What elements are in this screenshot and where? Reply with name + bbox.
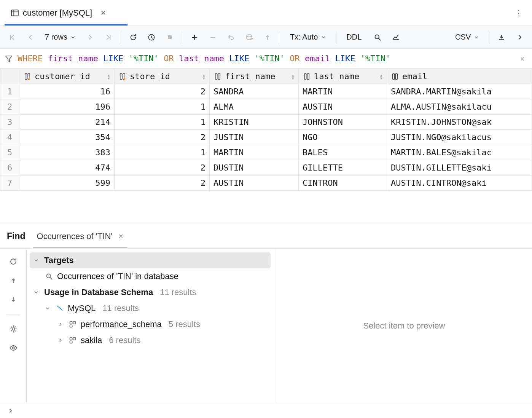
column-header-first-name[interactable]: first_name ▴▾ [210, 69, 299, 84]
cell-email[interactable]: KRISTIN.JOHNSTON@sak [387, 115, 532, 130]
remove-row-button[interactable] [205, 30, 220, 45]
cell-first-name[interactable]: DUSTIN [210, 160, 299, 175]
column-header-email[interactable]: email [387, 69, 532, 84]
editor-tab-customer[interactable]: customer [MySQL] ✕ [5, 0, 112, 26]
ddl-button[interactable]: DDL [341, 33, 367, 41]
table-row[interactable]: 21961ALMAAUSTINALMA.AUSTIN@sakilacu [0, 99, 532, 115]
cell-first-name[interactable]: MARTIN [210, 145, 299, 160]
cell-store-id[interactable]: 2 [115, 175, 210, 191]
cell-store-id[interactable]: 2 [115, 160, 210, 175]
cell-last-name[interactable]: CINTRON [299, 175, 387, 191]
tree-node-targets[interactable]: Targets [30, 252, 271, 268]
editor-tab-bar: customer [MySQL] ✕ ⋮ [0, 0, 532, 26]
download-button[interactable] [494, 30, 509, 45]
cell-store-id[interactable]: 1 [115, 145, 210, 160]
cell-last-name[interactable]: BALES [299, 145, 387, 160]
close-icon[interactable]: ✕ [118, 232, 124, 241]
sort-indicator-icon: ▴▾ [107, 73, 110, 80]
cell-store-id[interactable]: 1 [115, 115, 210, 130]
rows-count-dropdown[interactable]: 7 rows [41, 33, 80, 41]
cell-email[interactable]: DUSTIN.GILLETTE@saki [387, 160, 532, 175]
cell-store-id[interactable]: 2 [115, 84, 210, 99]
column-header-store-id[interactable]: store_id ▴▾ [115, 69, 210, 84]
upload-button[interactable] [260, 30, 275, 45]
cell-first-name[interactable]: KRISTIN [210, 115, 299, 130]
next-result-button[interactable] [7, 294, 19, 306]
table-row[interactable]: 32141KRISTINJOHNSTONKRISTIN.JOHNSTON@sak [0, 115, 532, 130]
export-format-dropdown[interactable]: CSV [450, 33, 484, 41]
cell-last-name[interactable]: JOHNSTON [299, 115, 387, 130]
filter-icon[interactable] [5, 54, 13, 63]
filter-expression[interactable]: WHERE first_name LIKE '%TIN' OR last_nam… [18, 54, 513, 63]
cell-email[interactable]: AUSTIN.CINTRON@saki [387, 175, 532, 191]
tree-node-usage[interactable]: Usage in Database Schema 11 results [30, 284, 271, 300]
settings-button[interactable] [7, 323, 19, 335]
cell-first-name[interactable]: SANDRA [210, 84, 299, 99]
search-button[interactable] [370, 30, 385, 45]
table-row[interactable]: 53831MARTINBALESMARTIN.BALES@sakilac [0, 145, 532, 160]
cell-customer-id[interactable]: 383 [19, 145, 115, 160]
column-header-customer-id[interactable]: customer_id ▴▾ [19, 69, 115, 84]
cell-customer-id[interactable]: 16 [19, 84, 115, 99]
tab-options-menu[interactable]: ⋮ [509, 5, 527, 21]
cell-last-name[interactable]: MARTIN [299, 84, 387, 99]
chevron-right-icon[interactable] [8, 408, 14, 414]
cell-email[interactable]: ALMA.AUSTIN@sakilacu [387, 99, 532, 115]
pending-changes-button[interactable] [144, 30, 159, 45]
column-icon [303, 72, 311, 81]
table-row[interactable]: 75992AUSTINCINTRONAUSTIN.CINTRON@saki [0, 175, 532, 191]
cell-last-name[interactable]: AUSTIN [299, 99, 387, 115]
tree-node-sakila[interactable]: sakila 6 results [30, 332, 271, 348]
add-row-button[interactable] [187, 30, 202, 45]
tree-node-performance-schema[interactable]: performance_schema 5 results [30, 316, 271, 332]
svg-rect-0 [11, 10, 18, 16]
cell-store-id[interactable]: 1 [115, 99, 210, 115]
tree-node-occurrences[interactable]: Occurrences of 'TIN' in database [30, 268, 271, 284]
column-header-last-name[interactable]: last_name ▴▾ [299, 69, 387, 84]
table-row[interactable]: 64742DUSTINGILLETTEDUSTIN.GILLETTE@saki [0, 160, 532, 175]
more-button[interactable] [512, 30, 527, 45]
preview-toggle-button[interactable] [7, 342, 19, 354]
chart-button[interactable] [388, 30, 403, 45]
cell-first-name[interactable]: ALMA [210, 99, 299, 115]
first-page-button[interactable] [5, 30, 20, 45]
prev-result-button[interactable] [7, 274, 19, 287]
cell-customer-id[interactable]: 354 [19, 130, 115, 145]
tree-node-mysql[interactable]: MySQL 11 results [30, 300, 271, 316]
prev-page-button[interactable] [23, 30, 38, 45]
chevron-right-icon [58, 322, 65, 327]
svg-rect-22 [70, 322, 72, 324]
cell-last-name[interactable]: NGO [299, 130, 387, 145]
editor-tab-title: customer [MySQL] [23, 8, 92, 18]
chevron-down-icon [321, 35, 326, 40]
reload-button[interactable] [126, 30, 141, 45]
svg-point-21 [47, 274, 51, 278]
cell-customer-id[interactable]: 196 [19, 99, 115, 115]
submit-button[interactable] [242, 30, 257, 45]
close-icon[interactable]: ✕ [100, 9, 106, 17]
chevron-down-icon [70, 35, 76, 40]
find-tab-occurrences[interactable]: Occurrences of 'TIN' ✕ [37, 224, 124, 248]
table-row[interactable]: 43542JUSTINNGOJUSTIN.NGO@sakilacus [0, 130, 532, 145]
cell-store-id[interactable]: 2 [115, 130, 210, 145]
cell-email[interactable]: JUSTIN.NGO@sakilacus [387, 130, 532, 145]
cell-first-name[interactable]: JUSTIN [210, 130, 299, 145]
cell-customer-id[interactable]: 474 [19, 160, 115, 175]
cell-last-name[interactable]: GILLETTE [299, 160, 387, 175]
next-page-button[interactable] [83, 30, 98, 45]
transaction-mode-dropdown[interactable]: Tx: Auto [285, 33, 331, 41]
cell-first-name[interactable]: AUSTIN [210, 175, 299, 191]
cell-email[interactable]: SANDRA.MARTIN@sakila [387, 84, 532, 99]
clear-filter-button[interactable]: ✕ [517, 54, 527, 62]
svg-point-6 [375, 35, 379, 39]
rerun-search-button[interactable] [7, 255, 19, 268]
cell-customer-id[interactable]: 599 [19, 175, 115, 191]
sort-indicator-icon: ▴▾ [202, 73, 205, 80]
stop-button[interactable] [162, 30, 177, 45]
table-row[interactable]: 1162SANDRAMARTINSANDRA.MARTIN@sakila [0, 84, 532, 99]
cell-email[interactable]: MARTIN.BALES@sakilac [387, 145, 532, 160]
last-page-button[interactable] [101, 30, 116, 45]
cell-customer-id[interactable]: 214 [19, 115, 115, 130]
revert-button[interactable] [223, 30, 239, 45]
find-tab-label: Occurrences of 'TIN' [37, 231, 113, 241]
